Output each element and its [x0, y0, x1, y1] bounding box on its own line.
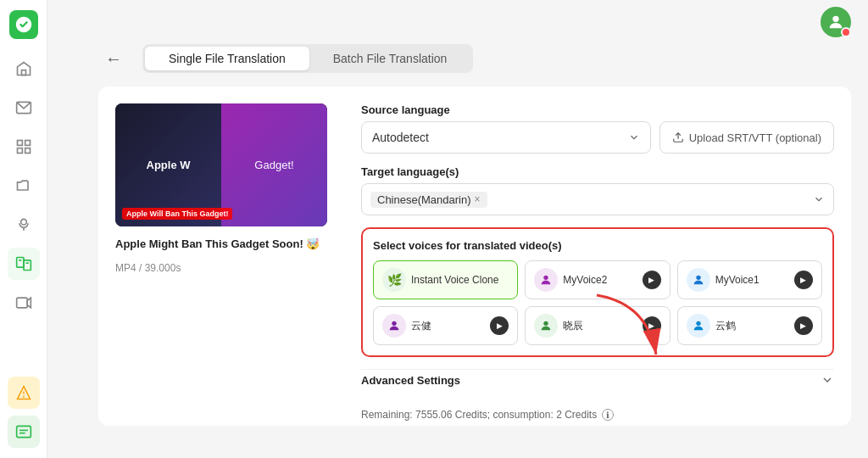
back-button[interactable]: ←: [98, 46, 129, 72]
voice-avatar-1: [534, 268, 558, 292]
notification-badge: [841, 27, 851, 37]
credits-info: Remaining: 7555.06 Credits; consumption:…: [361, 402, 834, 426]
thumb-right: Gadget!: [221, 103, 327, 226]
sidebar-item-home[interactable]: [8, 53, 40, 85]
tab-batch-file[interactable]: Batch File Translation: [309, 47, 471, 70]
svg-rect-15: [16, 426, 31, 437]
voice-item-3[interactable]: 云健 ▶: [373, 306, 518, 345]
svg-point-20: [544, 276, 548, 280]
credits-text: Remaining: 7555.06 Credits; consumption:…: [361, 409, 597, 421]
voice-name-3: 云健: [411, 319, 485, 333]
svg-rect-2: [17, 141, 22, 146]
svg-rect-9: [24, 260, 31, 271]
topbar: [47, 0, 868, 44]
target-language-select[interactable]: Chinese(Mandarin) ×: [361, 183, 834, 215]
svg-rect-5: [25, 148, 30, 154]
target-language-label: Target language(s): [361, 165, 834, 178]
language-tag: Chinese(Mandarin) ×: [370, 192, 487, 208]
voice-avatar-2: [687, 268, 710, 292]
svg-point-23: [544, 321, 548, 326]
svg-rect-4: [17, 148, 22, 154]
svg-rect-12: [16, 298, 27, 308]
voice-play-4[interactable]: ▶: [643, 316, 661, 335]
app-logo[interactable]: [9, 10, 38, 39]
page-content: ← Single File Translation Batch File Tra…: [47, 44, 868, 458]
sidebar-item-mic[interactable]: [8, 209, 40, 241]
voices-section: Select voices for translated video(s) 🌿 …: [361, 227, 834, 357]
sidebar-item-folder[interactable]: [8, 170, 40, 202]
voice-item-5[interactable]: 云鹤 ▶: [677, 306, 822, 345]
svg-rect-0: [21, 70, 25, 75]
nav-row: ← Single File Translation Batch File Tra…: [98, 44, 851, 73]
sidebar-item-grid[interactable]: [8, 131, 40, 163]
tab-group: Single File Translation Batch File Trans…: [142, 44, 473, 73]
svg-point-18: [832, 16, 838, 22]
voice-item-4[interactable]: 晓辰 ▶: [525, 306, 670, 345]
voice-play-2[interactable]: ▶: [794, 271, 813, 289]
video-meta: MP4 / 39.000s: [115, 262, 327, 274]
sidebar: [0, 0, 47, 458]
user-avatar[interactable]: [821, 7, 851, 37]
sidebar-item-translate[interactable]: [8, 248, 40, 280]
video-panel: Apple W Gadget! Apple Will Ban This Gadg…: [98, 87, 344, 426]
voice-item-2[interactable]: MyVoice1 ▶: [677, 260, 822, 299]
source-language-value: Autodetect: [372, 131, 429, 144]
upload-label: Upload SRT/VTT (optional): [689, 131, 821, 144]
svg-rect-3: [25, 141, 30, 146]
voice-name-5: 云鹤: [715, 319, 789, 333]
main-content: ← Single File Translation Batch File Tra…: [47, 0, 868, 458]
voice-name-4: 晓辰: [563, 319, 637, 333]
video-title: Apple Might Ban This Gadget Soon! 🤯: [115, 237, 327, 252]
warning-icon[interactable]: [8, 377, 40, 409]
voice-play-3[interactable]: ▶: [490, 316, 509, 335]
voice-avatar-4: [534, 314, 558, 338]
main-card: Apple W Gadget! Apple Will Ban This Gadg…: [98, 87, 851, 426]
chevron-down-icon: [813, 193, 825, 205]
voice-avatar-3: [382, 314, 406, 338]
video-thumbnail[interactable]: Apple W Gadget! Apple Will Ban This Gadg…: [115, 103, 327, 226]
info-icon[interactable]: ℹ: [602, 409, 614, 421]
chevron-down-icon: [821, 373, 834, 387]
svg-rect-8: [16, 258, 23, 268]
svg-point-14: [23, 396, 24, 397]
footer-section: Remaining: 7555.06 Credits; consumption:…: [361, 402, 834, 426]
svg-point-22: [392, 321, 396, 326]
sidebar-item-video[interactable]: [8, 287, 40, 319]
video-overlay: Apple Will Ban This Gadget!: [122, 208, 232, 220]
source-language-label: Source language: [361, 103, 834, 116]
voice-name-2: MyVoice1: [715, 274, 789, 286]
target-language-section: Target language(s) Chinese(Mandarin) ×: [361, 165, 834, 215]
tag-text: Chinese(Mandarin): [377, 193, 471, 206]
source-language-select[interactable]: Autodetect: [361, 121, 651, 154]
voice-avatar-5: [687, 314, 710, 338]
advanced-settings-label: Advanced Settings: [361, 374, 460, 387]
chevron-down-icon: [628, 131, 640, 143]
svg-point-21: [696, 276, 700, 280]
voice-item-0[interactable]: 🌿 Instant Voice Clone: [373, 260, 518, 299]
tab-single-file[interactable]: Single File Translation: [145, 47, 309, 70]
voice-avatar-0: 🌿: [382, 268, 406, 292]
sidebar-item-subtitle[interactable]: [8, 416, 40, 448]
svg-point-24: [696, 321, 700, 326]
advanced-settings-row[interactable]: Advanced Settings: [361, 369, 834, 390]
voices-grid: 🌿 Instant Voice Clone MyVoice2 ▶: [373, 260, 822, 345]
voice-name-0: Instant Voice Clone: [411, 274, 509, 286]
settings-panel: Source language Autodetect: [344, 87, 851, 426]
tag-container: Chinese(Mandarin) ×: [370, 192, 487, 208]
upload-srt-button[interactable]: Upload SRT/VTT (optional): [659, 121, 834, 154]
voice-name-1: MyVoice2: [563, 274, 637, 286]
tag-remove-button[interactable]: ×: [475, 193, 481, 205]
source-language-section: Source language Autodetect: [361, 103, 834, 154]
voice-item-1[interactable]: MyVoice2 ▶: [525, 260, 670, 299]
voices-title: Select voices for translated video(s): [373, 239, 822, 252]
upload-icon: [672, 131, 684, 143]
source-row: Autodetect Upload SRT/VTT (optio: [361, 121, 834, 154]
sidebar-item-mail[interactable]: [8, 92, 40, 124]
voice-play-5[interactable]: ▶: [794, 316, 813, 335]
svg-point-6: [20, 219, 26, 225]
voice-play-1[interactable]: ▶: [643, 271, 661, 289]
